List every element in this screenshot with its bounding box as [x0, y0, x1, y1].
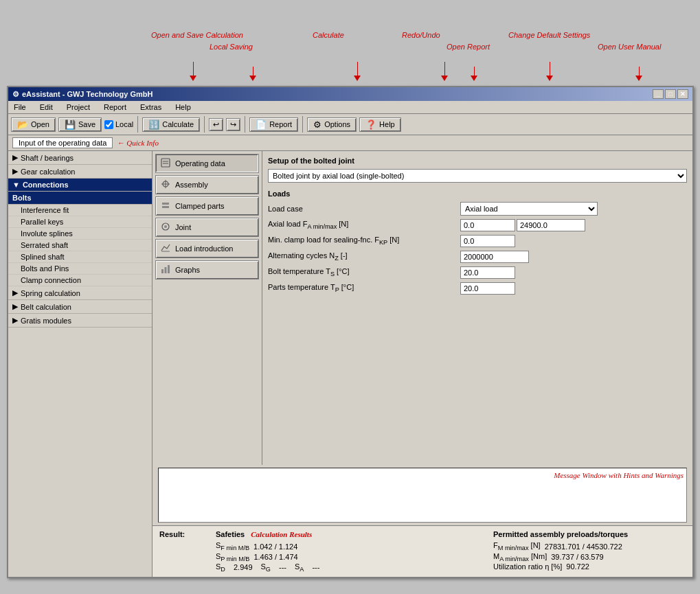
undo-button[interactable]: ↩ — [209, 118, 223, 131]
open-icon: 📂 — [17, 119, 28, 130]
util-label: Utilization ratio η [%] — [493, 562, 562, 571]
annotation-open-manual: Open User Manual — [598, 43, 661, 51]
svg-rect-0 — [161, 159, 170, 167]
annotation-change-defaults: Change Default Settings — [508, 31, 590, 39]
min-clamp-input[interactable] — [460, 235, 515, 247]
report-icon: 📄 — [256, 119, 267, 130]
joint-type-row: Bolted joint by axial load (single-bolte… — [268, 169, 687, 183]
sf-label: SF min M/B — [216, 541, 249, 551]
joint-icon — [160, 221, 171, 233]
triangle-icon-belt: ▶ — [12, 302, 18, 311]
load-case-row: Load case Axial load — [268, 202, 687, 216]
sidebar-item-gear[interactable]: ▶ Gear calculation — [8, 165, 152, 179]
sidebar-item-belt[interactable]: ▶ Belt calculation — [8, 300, 152, 314]
nav-assembly[interactable]: Assembly — [155, 175, 259, 194]
loads-header: Loads — [268, 190, 687, 198]
nav-operating-data[interactable]: Operating data — [155, 154, 259, 173]
menu-project[interactable]: Project — [64, 102, 93, 112]
calculate-icon: 🔢 — [148, 119, 159, 130]
sidebar-item-spring[interactable]: ▶ Spring calculation — [8, 286, 152, 300]
joint-type-select[interactable]: Bolted joint by axial load (single-bolte… — [268, 169, 687, 183]
axial-load-min-input[interactable] — [460, 219, 515, 231]
report-button[interactable]: 📄 Report — [249, 117, 298, 132]
menu-bar: File Edit Project Report Extras Help — [8, 101, 692, 114]
sa-value: --- — [312, 563, 319, 571]
sf-value: 1.042 / 1.124 — [253, 542, 297, 551]
help-button[interactable]: ❓ Help — [359, 117, 401, 132]
parts-temp-input[interactable] — [460, 282, 515, 295]
title-bar: ⚙ eAssistant - GWJ Technology GmbH _ □ ✕ — [8, 87, 692, 101]
permitted-label: Permitted assembly preloads/torques — [493, 530, 686, 538]
alt-cycles-row: Alternating cycles NZ [-] — [268, 251, 687, 263]
svg-rect-12 — [165, 267, 167, 273]
sidebar-item-clamp[interactable]: Clamp connection — [8, 275, 152, 286]
sidebar-item-shaft[interactable]: ▶ Shaft / bearings — [8, 151, 152, 165]
minimize-button[interactable]: _ — [653, 89, 664, 99]
sidebar-item-interference[interactable]: Interference fit — [8, 205, 152, 216]
open-button[interactable]: 📂 Open — [11, 117, 56, 132]
safeties-label: Safeties — [216, 530, 245, 538]
menu-file[interactable]: File — [11, 102, 29, 112]
menu-edit[interactable]: Edit — [37, 102, 56, 112]
svg-point-9 — [164, 225, 167, 228]
left-nav: Operating data Assembly Clamped parts — [153, 151, 262, 465]
sidebar-item-bolts-pins[interactable]: Bolts and Pins — [8, 263, 152, 275]
annotation-open-report: Open Report — [447, 43, 490, 51]
nav-load-introduction[interactable]: Load introduction — [155, 239, 259, 258]
calc-results-annotation: Calculation Results — [251, 530, 312, 538]
options-button[interactable]: ⚙ Options — [307, 117, 357, 132]
util-value: 90.722 — [566, 562, 589, 571]
annotation-redo-undo: Redo/Undo — [402, 31, 440, 39]
toolbar: 📂 Open 💾 Save Local 🔢 Calculate ↩ ↪ 📄 Re… — [8, 114, 692, 135]
calculate-button[interactable]: 🔢 Calculate — [142, 117, 200, 132]
triangle-icon-gratis: ▶ — [12, 316, 18, 325]
fm-label: FM min/max [N] — [493, 541, 541, 551]
sidebar-item-bolts[interactable]: Bolts — [8, 192, 152, 205]
menu-help[interactable]: Help — [172, 102, 194, 112]
load-introduction-icon — [160, 242, 171, 255]
triangle-icon-connections: ▼ — [12, 181, 20, 189]
clamped-parts-icon — [160, 200, 171, 212]
sidebar-item-parallel[interactable]: Parallel keys — [8, 216, 152, 228]
svg-rect-6 — [162, 203, 169, 205]
bolt-temp-row: Bolt temperature TS [°C] — [268, 266, 687, 279]
close-button[interactable]: ✕ — [677, 89, 688, 99]
axial-load-max-input[interactable] — [517, 219, 585, 231]
annotation-open-save: Open and Save Calculation — [151, 31, 243, 39]
triangle-icon-spring: ▶ — [12, 288, 18, 297]
nav-joint[interactable]: Joint — [155, 218, 259, 237]
sidebar-item-involute[interactable]: Involute splines — [8, 228, 152, 240]
alt-cycles-input[interactable] — [460, 251, 529, 263]
load-case-select[interactable]: Axial load — [460, 202, 598, 216]
menu-report[interactable]: Report — [101, 102, 129, 112]
sidebar-item-gratis[interactable]: ▶ Gratis modules — [8, 314, 152, 328]
sidebar-item-splined[interactable]: Splined shaft — [8, 251, 152, 263]
breadcrumb: Input of the operating data ← Quick Info — [8, 135, 692, 151]
content-area: ▶ Shaft / bearings ▶ Gear calculation ▼ … — [8, 151, 692, 577]
right-panel: Setup of the bolted joint Bolted joint b… — [262, 151, 692, 465]
app-icon: ⚙ — [12, 90, 19, 99]
result-label: Result: — [159, 530, 185, 538]
ma-value: 39.737 / 63.579 — [551, 553, 603, 561]
local-checkbox[interactable] — [104, 120, 113, 129]
sidebar-item-connections[interactable]: ▼ Connections — [8, 179, 152, 192]
annotation-calculate: Calculate — [313, 31, 344, 39]
message-window-annotation: Message Window with Hints and Warnings — [554, 471, 684, 479]
restore-button[interactable]: □ — [665, 89, 676, 99]
redo-button[interactable]: ↪ — [226, 118, 240, 131]
sidebar-item-serrated[interactable]: Serrated shaft — [8, 240, 152, 251]
save-button[interactable]: 💾 Save — [58, 117, 102, 132]
quick-info-annotation: ← Quick Info — [117, 139, 158, 147]
menu-extras[interactable]: Extras — [137, 102, 164, 112]
sd-label: SD — [216, 562, 225, 573]
main-window: ⚙ eAssistant - GWJ Technology GmbH _ □ ✕… — [7, 86, 694, 578]
min-clamp-label: Min. clamp load for sealing-fnc. FKP [N] — [268, 236, 460, 246]
alt-cycles-label: Alternating cycles NZ [-] — [268, 251, 460, 262]
nav-graphs[interactable]: Graphs — [155, 260, 259, 279]
setup-header: Setup of the bolted joint — [268, 157, 687, 165]
axial-load-label: Axial load FA min/max [N] — [268, 220, 460, 230]
min-clamp-row: Min. clamp load for sealing-fnc. FKP [N] — [268, 235, 687, 247]
nav-clamped-parts[interactable]: Clamped parts — [155, 196, 259, 216]
bolt-temp-input[interactable] — [460, 266, 515, 279]
local-checkbox-container[interactable]: Local — [104, 120, 133, 129]
